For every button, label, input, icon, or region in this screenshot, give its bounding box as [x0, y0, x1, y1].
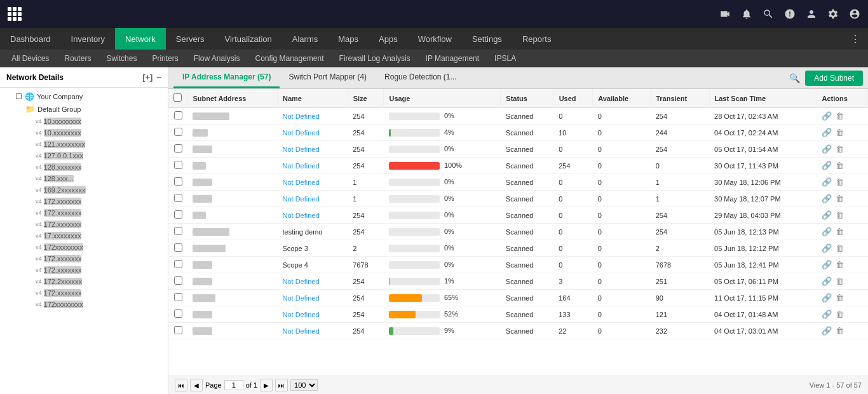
tab-ip-manager[interactable]: IP Address Manager (57)	[173, 67, 280, 88]
row-delete-icon-11[interactable]: 🗑	[836, 293, 844, 302]
sub-nav-ipsla[interactable]: IPSLA	[488, 50, 522, 67]
sidebar-item-9[interactable]: v4172.xxxxxxx	[0, 219, 168, 230]
row-delete-icon-10[interactable]: 🗑	[836, 276, 844, 286]
sidebar-item-0[interactable]: v410.xxxxxxxx	[0, 116, 168, 127]
sidebar-item-2[interactable]: v4121.xxxxxxxx	[0, 139, 168, 150]
row-name-link-0[interactable]: Not Defined	[283, 112, 320, 120]
tab-switch-port[interactable]: Switch Port Mapper (4)	[280, 67, 376, 88]
row-link-icon-8[interactable]: 🔗	[822, 243, 832, 253]
row-checkbox-10[interactable]	[174, 276, 182, 285]
row-name-link-5[interactable]: Not Defined	[283, 195, 320, 203]
nav-workflow[interactable]: Workflow	[408, 28, 462, 50]
row-delete-icon-9[interactable]: 🗑	[836, 260, 844, 269]
row-link-icon-11[interactable]: 🔗	[822, 293, 832, 302]
row-name-link-4[interactable]: Not Defined	[283, 179, 320, 186]
sidebar-item-8[interactable]: v4172.xxxxxxx	[0, 207, 168, 219]
row-checkbox-6[interactable]	[174, 210, 182, 219]
sidebar-collapse-icon[interactable]: −	[156, 72, 161, 82]
sidebar-item-16[interactable]: v4172xxxxxxxx	[0, 299, 168, 310]
per-page-select[interactable]: 100 50 25	[290, 379, 318, 391]
row-delete-icon-3[interactable]: 🗑	[836, 161, 844, 170]
row-delete-icon-2[interactable]: 🗑	[836, 144, 844, 154]
sub-nav-printers[interactable]: Printers	[146, 50, 184, 67]
nav-apps[interactable]: Apps	[369, 28, 408, 50]
row-delete-icon-13[interactable]: 🗑	[836, 326, 844, 336]
last-page-btn[interactable]: ⏭	[275, 379, 288, 391]
row-link-icon-5[interactable]: 🔗	[822, 194, 832, 203]
row-name-link-10[interactable]: Not Defined	[283, 278, 320, 285]
sidebar-item-13[interactable]: v4172.xxxxxxx	[0, 264, 168, 276]
sub-nav-all-devices[interactable]: All Devices	[5, 50, 55, 67]
nav-alarms[interactable]: Alarms	[282, 28, 328, 50]
first-page-btn[interactable]: ⏮	[175, 379, 187, 391]
row-delete-icon-7[interactable]: 🗑	[836, 227, 844, 236]
settings-icon[interactable]	[827, 8, 839, 20]
row-link-icon-10[interactable]: 🔗	[822, 276, 832, 286]
nav-dashboard[interactable]: Dashboard	[0, 28, 61, 50]
row-delete-icon-6[interactable]: 🗑	[836, 210, 844, 220]
row-checkbox-2[interactable]	[174, 144, 182, 153]
nav-more-icon[interactable]: ⋮	[843, 33, 868, 45]
row-checkbox-13[interactable]	[174, 326, 182, 334]
row-checkbox-4[interactable]	[174, 177, 182, 186]
row-checkbox-9[interactable]	[174, 260, 182, 268]
row-name-link-11[interactable]: Not Defined	[283, 294, 320, 302]
next-page-btn[interactable]: ▶	[260, 379, 273, 391]
sidebar-root-item[interactable]: ☐ 🌐 Your Company	[0, 90, 168, 103]
nav-maps[interactable]: Maps	[328, 28, 369, 50]
row-checkbox-0[interactable]	[174, 111, 182, 119]
add-subnet-button[interactable]: Add Subnet	[805, 71, 863, 86]
sidebar-item-1[interactable]: v410.xxxxxxxx	[0, 127, 168, 139]
sidebar-item-12[interactable]: v4172.xxxxxxx	[0, 253, 168, 264]
user-icon[interactable]	[806, 8, 817, 20]
sub-nav-switches[interactable]: Switches	[100, 50, 143, 67]
account-icon[interactable]	[849, 8, 860, 20]
nav-settings[interactable]: Settings	[462, 28, 512, 50]
nav-virtualization[interactable]: Virtualization	[215, 28, 282, 50]
sidebar-item-6[interactable]: v4169.2xxxxxxx	[0, 184, 168, 196]
sidebar-item-4[interactable]: v4128.xxxxxxx	[0, 161, 168, 173]
row-checkbox-7[interactable]	[174, 227, 182, 235]
bell-icon[interactable]	[741, 8, 752, 20]
notification-icon[interactable]	[784, 8, 796, 20]
sidebar-item-11[interactable]: v4172xxxxxxxx	[0, 241, 168, 253]
row-name-link-12[interactable]: Not Defined	[283, 311, 320, 318]
search-icon[interactable]	[763, 8, 774, 20]
row-delete-icon-1[interactable]: 🗑	[836, 128, 844, 137]
row-link-icon-12[interactable]: 🔗	[822, 309, 832, 319]
sidebar-item-7[interactable]: v4172.xxxxxxx	[0, 196, 168, 207]
row-checkbox-11[interactable]	[174, 293, 182, 301]
row-link-icon-4[interactable]: 🔗	[822, 177, 832, 187]
row-checkbox-12[interactable]	[174, 309, 182, 318]
sidebar-item-5[interactable]: v4128.xxx...	[0, 173, 168, 184]
select-all-checkbox[interactable]	[173, 93, 182, 102]
row-link-icon-13[interactable]: 🔗	[822, 326, 832, 336]
row-name-link-6[interactable]: Not Defined	[283, 212, 320, 219]
sidebar-item-3[interactable]: v4127.0.0.1xxx	[0, 150, 168, 161]
sub-nav-ip-management[interactable]: IP Management	[419, 50, 486, 67]
nav-reports[interactable]: Reports	[512, 28, 562, 50]
nav-inventory[interactable]: Inventory	[61, 28, 115, 50]
row-link-icon-9[interactable]: 🔗	[822, 260, 832, 269]
tab-rogue-detection[interactable]: Rogue Detection (1...	[376, 67, 465, 88]
row-name-link-2[interactable]: Not Defined	[283, 146, 320, 153]
sidebar-item-15[interactable]: v4172.xxxxxxx	[0, 287, 168, 299]
row-checkbox-3[interactable]	[174, 161, 182, 169]
row-name-link-3[interactable]: Not Defined	[283, 162, 320, 170]
row-delete-icon-12[interactable]: 🗑	[836, 309, 844, 319]
row-checkbox-1[interactable]	[174, 128, 182, 136]
row-delete-icon-4[interactable]: 🗑	[836, 177, 844, 187]
row-delete-icon-5[interactable]: 🗑	[836, 194, 844, 203]
nav-network[interactable]: Network	[115, 28, 166, 50]
sidebar-default-group[interactable]: 📁 Default Group	[0, 103, 168, 116]
page-input[interactable]	[224, 380, 243, 390]
sidebar-expand-icon[interactable]: [+]	[142, 72, 153, 82]
sub-nav-routers[interactable]: Routers	[58, 50, 97, 67]
row-checkbox-8[interactable]	[174, 243, 182, 252]
sidebar-item-10[interactable]: v417.xxxxxxxx	[0, 230, 168, 241]
row-delete-icon-0[interactable]: 🗑	[836, 111, 844, 121]
row-link-icon-0[interactable]: 🔗	[822, 111, 832, 121]
sub-nav-firewall[interactable]: Firewall Log Analysis	[333, 50, 417, 67]
nav-servers[interactable]: Servers	[166, 28, 215, 50]
prev-page-btn[interactable]: ◀	[190, 379, 203, 391]
